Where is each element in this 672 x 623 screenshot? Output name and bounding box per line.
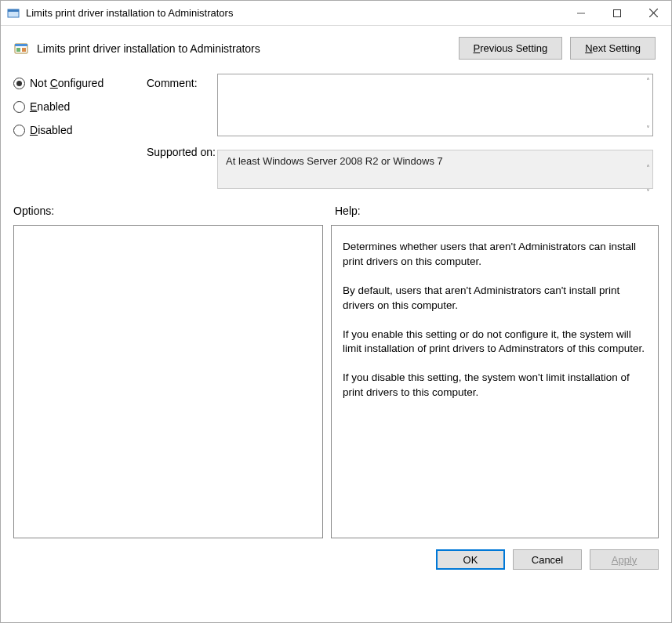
next-setting-button[interactable]: Next Setting [570, 37, 656, 60]
radio-label: Disabled [30, 124, 73, 136]
title-bar: Limits print driver installation to Admi… [1, 1, 671, 26]
svg-line-5 [649, 9, 658, 17]
scroll-up-icon: ˄ [646, 77, 656, 85]
apply-button-label: Apply [612, 554, 637, 566]
help-paragraph: By default, users that aren't Administra… [343, 284, 647, 313]
help-label: Help: [335, 205, 361, 217]
radio-enabled[interactable]: Enabled [13, 100, 147, 113]
options-label: Options: [13, 205, 335, 217]
supported-on-field: At least Windows Server 2008 R2 or Windo… [217, 150, 653, 189]
svg-rect-8 [16, 48, 20, 52]
svg-rect-3 [614, 9, 621, 16]
radio-disabled[interactable]: Disabled [13, 124, 147, 136]
svg-line-4 [649, 9, 658, 17]
scroll-down-icon: ˅ [646, 125, 656, 133]
supported-on-label: Supported on: [147, 146, 217, 158]
svg-rect-7 [15, 44, 27, 46]
previous-setting-button[interactable]: Previous Setting [459, 37, 563, 60]
window-title: Limits print driver installation to Admi… [26, 7, 563, 19]
svg-rect-9 [22, 48, 26, 52]
radio-indicator [13, 78, 25, 89]
radio-indicator [13, 125, 25, 136]
help-pane: Determines whether users that aren't Adm… [331, 225, 659, 538]
policy-icon [13, 41, 29, 56]
dialog-footer: OK Cancel Apply [1, 538, 671, 581]
ok-button[interactable]: OK [436, 549, 505, 570]
window-icon [7, 7, 20, 20]
radio-indicator [13, 101, 25, 113]
cancel-button[interactable]: Cancel [513, 549, 582, 570]
radio-not-configured[interactable]: Not Configured [13, 77, 147, 89]
comment-textarea[interactable] [217, 74, 653, 136]
policy-title: Limits print driver installation to Admi… [37, 42, 459, 55]
help-paragraph: If you disable this setting, the system … [343, 371, 647, 400]
scroll-up-icon: ˄ [646, 164, 656, 172]
state-radio-group: Not Configured Enabled Disabled [13, 74, 147, 147]
apply-button[interactable]: Apply [590, 549, 659, 570]
options-pane [13, 225, 323, 538]
minimize-button[interactable] [563, 1, 599, 25]
svg-rect-1 [8, 9, 19, 12]
radio-label: Not Configured [30, 77, 104, 89]
radio-label: Enabled [30, 100, 70, 113]
help-paragraph: Determines whether users that aren't Adm… [343, 240, 647, 270]
maximize-button[interactable] [599, 1, 635, 25]
close-button[interactable] [635, 1, 671, 25]
comment-label: Comment: [147, 77, 217, 89]
scroll-down-icon: ˅ [646, 188, 656, 197]
help-paragraph: If you enable this setting or do not con… [343, 328, 647, 357]
